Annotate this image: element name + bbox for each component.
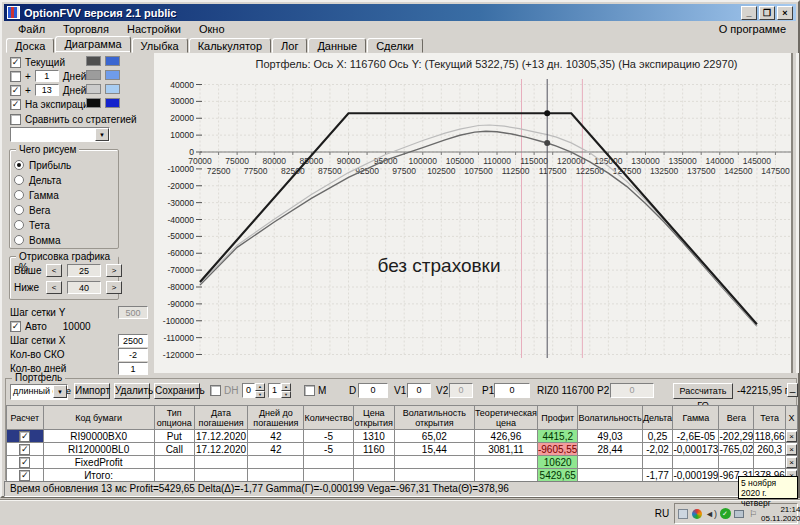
plus13-color1-swatch[interactable] [86,84,101,94]
column-header[interactable]: Теоретическая цена [474,406,537,430]
row-delete-cell[interactable]: × [785,430,797,443]
row-delete-button[interactable]: × [786,457,797,468]
column-header[interactable]: Количество [304,406,353,430]
tray-pinwheel-icon[interactable] [691,508,703,520]
below-decrease-button[interactable]: < [46,281,62,294]
language-indicator[interactable]: RU [652,506,672,521]
strategy-dropdown[interactable]: ▼ [10,127,110,142]
plus1-days-field[interactable]: 1 [35,70,59,82]
title-bar[interactable]: OptionFVV версия 2.1 public _ ❐ × [4,4,796,21]
delete-button[interactable]: Удалить [114,383,150,399]
auto-checkbox[interactable]: ✓ [10,321,21,332]
row-calc-cell[interactable]: ✓ [7,430,44,443]
row-delete-cell[interactable]: × [785,443,797,456]
radio-vomma-row[interactable]: Вомма [14,234,61,246]
column-header[interactable]: Волатильность [578,406,642,430]
gamma-radio[interactable] [14,190,24,200]
column-header[interactable]: Гамма [673,406,719,430]
preset-dropdown[interactable]: длинный стре ▼ [10,384,68,400]
column-header[interactable]: Дельта [642,406,673,430]
radio-delta-row[interactable]: Дельта [14,174,61,186]
column-header[interactable]: Дата погашения [194,406,248,430]
row-delete-cell[interactable]: × [785,456,797,469]
sko-count-field[interactable]: -2 [118,348,148,361]
m-checkbox[interactable] [304,385,315,396]
column-header[interactable]: Вега [719,406,754,430]
radio-theta-row[interactable]: Тета [14,219,50,231]
above-increase-button[interactable]: > [106,264,122,277]
table-row[interactable]: ✓RI120000BL0Call17.12.202042-5116015,443… [7,443,798,456]
current-color1-swatch[interactable] [86,56,101,66]
close-button[interactable]: × [777,6,793,20]
dh-checkbox[interactable] [210,385,221,396]
v2-field[interactable]: 0 [449,383,473,398]
tray-network-icon[interactable] [733,508,745,520]
menu-trading[interactable]: Торговля [55,22,117,36]
column-header[interactable]: Код бумаги [43,406,154,430]
tray-speaker-icon[interactable]: ◄) [705,508,717,520]
dh-spinner-1[interactable]: 0 ▲▼ [242,383,265,398]
compare-strategy-checkbox[interactable] [10,114,21,125]
above-range-field[interactable]: 25 [67,264,101,277]
radio-gamma-row[interactable]: Гамма [14,189,59,201]
theta-radio[interactable] [14,220,24,230]
column-header[interactable]: Профит [537,406,577,430]
plus1-checkbox[interactable] [10,71,21,82]
column-header[interactable]: Тип опциона [154,406,194,430]
dh-spinner-2[interactable]: 1 ▲▼ [268,383,291,398]
tray-antivirus-icon[interactable]: ✓ [719,508,731,520]
menu-settings[interactable]: Настройки [119,22,189,36]
d-field[interactable]: 0 [358,383,388,398]
below-increase-button[interactable]: > [106,281,122,294]
tab-smile[interactable]: Улыбка [132,38,188,53]
tab-board[interactable]: Доска [6,38,54,53]
plus13-days-field[interactable]: 13 [35,84,59,96]
plus1-color2-swatch[interactable] [105,70,120,80]
chevron-down-icon[interactable]: ▼ [95,128,109,141]
column-header[interactable]: Дней до погашения [248,406,304,430]
delta-radio[interactable] [14,175,24,185]
column-header[interactable]: X [785,406,797,430]
current-checkbox[interactable]: ✓ [10,57,21,68]
column-header[interactable]: Тета [754,406,786,430]
spin-down-icon[interactable]: ▼ [255,391,265,399]
minimize-button[interactable]: _ [741,6,757,20]
row-calc-checkbox[interactable]: ✓ [19,444,30,455]
column-header[interactable]: Расчет [7,406,44,430]
tab-deals[interactable]: Сделки [367,38,423,53]
p1-field[interactable]: 0 [494,383,530,398]
current-color2-swatch[interactable] [105,56,120,66]
plus1-color1-swatch[interactable] [86,70,101,80]
table-row[interactable]: ✓RI90000BX0Put17.12.202042-5131065,02426… [7,430,798,443]
row-calc-checkbox[interactable]: ✓ [19,431,30,442]
row-calc-checkbox[interactable]: ✓ [19,470,30,481]
row-calc-cell[interactable]: ✓ [7,469,44,482]
vega-radio[interactable] [14,205,24,215]
expiration-color2-swatch[interactable] [105,98,120,108]
tray-app-icon[interactable] [677,508,689,520]
row-delete-button[interactable]: × [786,444,797,455]
maximize-button[interactable]: ❐ [759,6,775,20]
vomma-radio[interactable] [14,235,24,245]
plus13-checkbox[interactable]: ✓ [10,85,21,96]
tab-diagram[interactable]: Диаграмма [55,36,130,53]
row-calc-cell[interactable]: ✓ [7,456,44,469]
tab-data[interactable]: Данные [308,38,366,53]
column-header[interactable]: Волатильность открытия [394,406,474,430]
menu-window[interactable]: Окно [191,22,233,36]
spin-down-icon[interactable]: ▼ [281,391,291,399]
below-range-field[interactable]: 40 [67,281,101,294]
panel-splitter[interactable] [791,53,796,373]
spin-up-icon[interactable]: ▲ [281,383,291,391]
row-delete-button[interactable]: × [786,431,797,442]
calc-margin-button[interactable]: Рассчитать ГО [673,383,733,399]
grid-step-y-field[interactable]: 500 [118,306,148,319]
expiration-checkbox[interactable]: ✓ [10,99,21,110]
tab-log[interactable]: Лог [272,38,307,53]
tab-calculator[interactable]: Калькулятор [189,38,271,53]
collapse-button[interactable]: _ [787,383,798,397]
v1-field[interactable]: 0 [407,383,431,398]
chevron-down-icon[interactable]: ▼ [53,385,67,398]
menu-about[interactable]: О программе [719,23,790,35]
profit-chart[interactable]: 7000075000800008500090000950001000001050… [154,53,799,373]
